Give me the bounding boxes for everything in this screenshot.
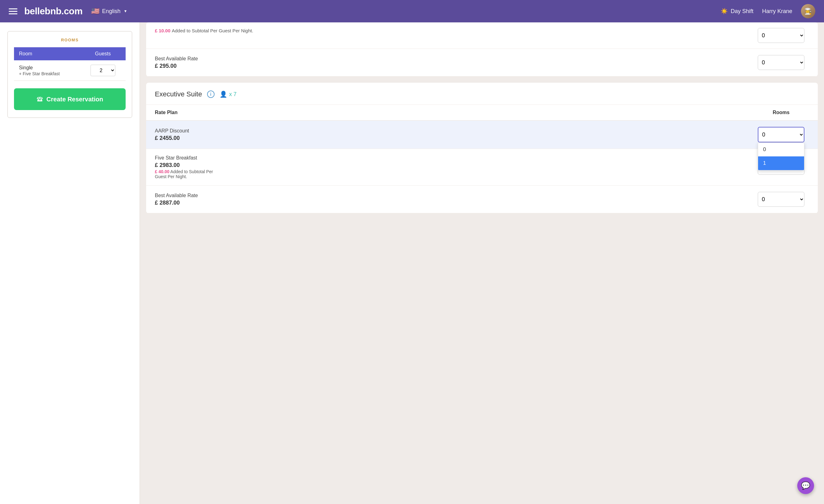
username-label[interactable]: Harry Krane xyxy=(762,8,792,15)
guest-count-label: x 7 xyxy=(229,91,237,98)
chat-icon: 💬 xyxy=(801,481,810,490)
col-rooms-header: Rooms xyxy=(753,110,809,115)
room-name: Single xyxy=(19,65,75,71)
best-avail-rooms-wrap: 0 1 xyxy=(753,192,809,207)
rooms-section-title: ROOMS xyxy=(14,37,126,42)
col-plan-header: Rate Plan xyxy=(155,110,753,115)
partial-card: £ 10.00 Added to Subtotal Per Guest Per … xyxy=(146,22,818,77)
chat-button[interactable]: 💬 xyxy=(797,477,814,494)
chevron-down-icon: ▼ xyxy=(123,9,127,13)
guests-select[interactable]: 1 2 3 4 xyxy=(91,65,115,76)
rate-table-header: Rate Plan Rooms xyxy=(146,105,818,121)
avatar[interactable]: 👨‍🍳 xyxy=(801,4,815,18)
partial-rate-price-2: £ 295.00 xyxy=(155,63,753,69)
best-avail-rate-info: Best Available Rate £ 2887.00 xyxy=(155,193,753,206)
five-star-rate-price: £ 2983.00 xyxy=(155,162,753,169)
menu-icon[interactable] xyxy=(9,8,17,14)
dropdown-option-0[interactable]: 0 xyxy=(758,143,804,157)
sidebar: ROOMS Room Guests Single + Five Star Bre… xyxy=(0,22,140,504)
aarp-rate-info: AARP Discount £ 2455.00 xyxy=(155,128,753,141)
col-guests-header: Guests xyxy=(80,47,126,60)
room-card-header: Executive Suite i 👤 x 7 xyxy=(146,83,818,105)
main-layout: ROOMS Room Guests Single + Five Star Bre… xyxy=(0,22,824,504)
main-content: £ 10.00 Added to Subtotal Per Guest Per … xyxy=(140,22,824,504)
flag-icon: 🇺🇸 xyxy=(91,7,100,15)
executive-suite-card: Executive Suite i 👤 x 7 Rate Plan Rooms … xyxy=(146,83,818,213)
guest-count: 👤 x 7 xyxy=(219,91,237,98)
five-star-rate-extra-note: Guest Per Night. xyxy=(155,174,753,179)
best-avail-rate-name: Best Available Rate xyxy=(155,193,753,198)
room-addon: + Five Star Breakfast xyxy=(19,71,75,76)
aarp-rate-price: £ 2455.00 xyxy=(155,135,753,141)
partial-rooms-select-2[interactable]: 0 1 xyxy=(758,55,804,70)
info-icon[interactable]: i xyxy=(207,91,215,98)
rooms-section: ROOMS Room Guests Single + Five Star Bre… xyxy=(7,31,132,118)
table-row: Single + Five Star Breakfast 1 2 3 4 xyxy=(14,60,126,81)
five-star-rate-extra: £ 40.00 Added to Subtotal Per xyxy=(155,169,753,174)
sun-icon: ☀️ xyxy=(721,8,728,15)
rate-row-best-avail: Best Available Rate £ 2887.00 0 1 xyxy=(146,186,818,213)
partial-rate-name-2: Best Available Rate xyxy=(155,56,753,62)
rooms-table: Room Guests Single + Five Star Breakfast… xyxy=(14,47,126,81)
best-avail-rate-price: £ 2887.00 xyxy=(155,200,753,206)
rate-row-five-star: Five Star Breakfast £ 2983.00 £ 40.00 Ad… xyxy=(146,149,818,186)
create-reservation-button[interactable]: 🛎 Create Reservation xyxy=(14,88,126,110)
header: bellebnb.com 🇺🇸 English ▼ ☀️ Day Shift H… xyxy=(0,0,824,22)
col-room-header: Room xyxy=(14,47,80,60)
guest-person-icon: 👤 xyxy=(219,91,227,98)
day-shift-label: Day Shift xyxy=(731,8,753,15)
five-star-rate-info: Five Star Breakfast £ 2983.00 £ 40.00 Ad… xyxy=(155,155,753,179)
partial-extra-text: £ 10.00 Added to Subtotal Per Guest Per … xyxy=(155,28,748,33)
best-avail-rooms-select[interactable]: 0 1 xyxy=(758,192,804,207)
language-label: English xyxy=(102,8,120,15)
partial-rooms-select-1[interactable]: 0 1 xyxy=(758,28,804,43)
dropdown-option-1[interactable]: 1 xyxy=(758,157,804,170)
aarp-rate-name: AARP Discount xyxy=(155,128,753,134)
rate-row-aarp: AARP Discount £ 2455.00 0 1 0 1 xyxy=(146,121,818,149)
logo: bellebnb.com xyxy=(24,6,82,16)
language-selector[interactable]: 🇺🇸 English ▼ xyxy=(91,7,127,15)
five-star-rate-name: Five Star Breakfast xyxy=(155,155,753,161)
aarp-rooms-wrap: 0 1 0 1 xyxy=(753,127,809,142)
create-btn-label: Create Reservation xyxy=(46,96,103,103)
rooms-dropdown-open: 0 1 xyxy=(758,142,804,170)
room-title: Executive Suite xyxy=(155,90,202,98)
header-right: ☀️ Day Shift Harry Krane 👨‍🍳 xyxy=(721,4,815,18)
partial-rate-row-2: Best Available Rate £ 295.00 0 1 xyxy=(146,49,818,77)
bell-icon: 🛎 xyxy=(36,95,43,103)
day-shift-selector[interactable]: ☀️ Day Shift xyxy=(721,8,753,15)
aarp-rooms-select[interactable]: 0 1 xyxy=(758,127,804,142)
avatar-image: 👨‍🍳 xyxy=(801,4,815,18)
partial-rate-row-1: £ 10.00 Added to Subtotal Per Guest Per … xyxy=(146,22,818,49)
